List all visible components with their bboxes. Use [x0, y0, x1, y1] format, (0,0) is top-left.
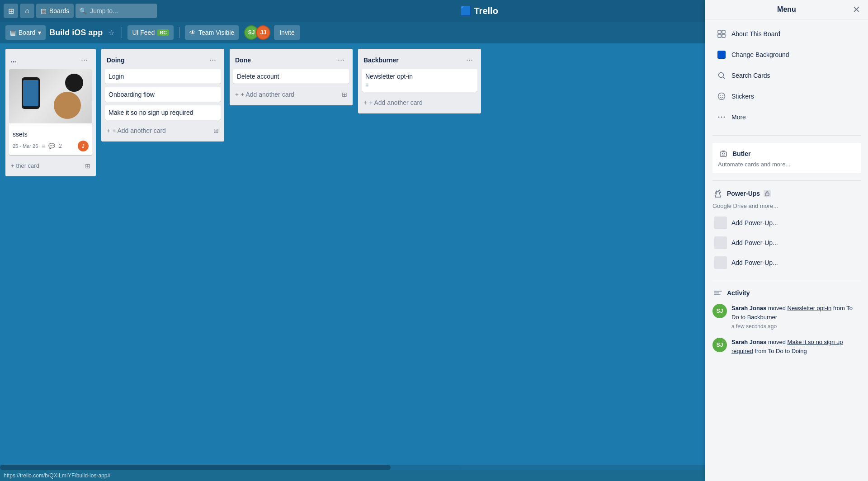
card-footer: 25 - Mar 26 ≡ 💬 2 J	[13, 141, 89, 151]
boards-btn[interactable]: ▤ Boards	[36, 4, 74, 18]
add-card-btn-doing[interactable]: + + Add another card	[105, 123, 212, 138]
card-assets[interactable]: ssets 25 - Mar 26 ≡ 💬 2 J	[9, 69, 92, 155]
activity-card-link-1[interactable]: Newsletter opt-in	[788, 305, 832, 311]
add-powerup-2[interactable]: Add Power-Up...	[712, 233, 861, 253]
search-icon: 🔍	[79, 7, 87, 14]
invite-label: Invite	[279, 29, 294, 36]
home-btn[interactable]: ⌂	[20, 4, 34, 18]
activity-avatar-2: SJ	[712, 338, 727, 352]
card-delete-account[interactable]: Delete account	[233, 69, 349, 84]
ui-feed-label: UI Feed	[132, 29, 155, 36]
card-meta: 25 - Mar 26 ≡ 💬 2	[13, 143, 62, 149]
list-doing-menu-btn[interactable]: ···	[207, 54, 219, 66]
add-card-footer-partial: + ther card ⊞	[9, 159, 92, 173]
add-card-footer-done: + + Add another card ⊞	[233, 87, 349, 102]
menu-item-more[interactable]: More	[709, 107, 864, 127]
activity-icon	[712, 288, 723, 298]
list-partial-title: ...	[11, 57, 16, 64]
add-card-btn-partial[interactable]: + ther card	[9, 159, 83, 173]
list-done-menu-btn[interactable]: ···	[335, 54, 347, 66]
card-nosignup[interactable]: Make it so no sign up required	[105, 105, 221, 120]
board-type-btn[interactable]: ▤ Board ▾	[5, 25, 46, 40]
activity-avatar-1: SJ	[712, 304, 727, 318]
butler-header: Butler	[718, 148, 855, 159]
list-partial-header: ... ···	[9, 52, 92, 69]
card-nosignup-title: Make it so no sign up required	[108, 109, 193, 116]
plus-icon-backburner: +	[363, 99, 367, 106]
add-card-doing-label: + Add another card	[112, 127, 166, 134]
add-card-btn-backburner[interactable]: + + Add another card	[362, 95, 477, 110]
plus-icon: +	[11, 162, 14, 169]
card-assignee-avatar: J	[78, 141, 89, 151]
stickers-icon	[716, 91, 727, 102]
list-backburner-menu-btn[interactable]: ···	[463, 54, 476, 66]
phone-decoration	[22, 77, 40, 109]
card-template-btn-doing[interactable]: ⊞	[212, 125, 221, 136]
menu-item-background[interactable]: Change Background	[709, 45, 864, 65]
card-onboarding[interactable]: Onboarding flow	[105, 87, 221, 102]
more-icon	[716, 112, 727, 123]
add-powerup-3[interactable]: Add Power-Up...	[712, 253, 861, 273]
invite-btn[interactable]: Invite	[274, 25, 300, 40]
team-visible-btn[interactable]: 👁 Team Visible	[185, 25, 239, 40]
menu-close-btn[interactable]: ✕	[850, 3, 863, 16]
powerups-title: Power-Ups	[727, 190, 760, 197]
butler-title: Butler	[732, 150, 750, 157]
add-card-btn-done[interactable]: + + Add another card	[233, 87, 340, 102]
menu-divider-3	[712, 280, 861, 280]
menu-item-about[interactable]: About This Board	[709, 24, 864, 44]
add-powerup-3-label: Add Power-Up...	[731, 259, 778, 266]
list-backburner-title: Backburner	[363, 57, 399, 64]
nav-divider2	[179, 27, 179, 38]
svg-rect-0	[718, 30, 721, 33]
menu-title: Menu	[777, 5, 796, 14]
trello-icon: 🟦	[460, 5, 472, 16]
star-btn[interactable]: ☆	[106, 27, 116, 39]
card-template-btn-partial[interactable]: ⊞	[83, 160, 92, 171]
list-doing-title: Doing	[107, 57, 125, 64]
avatar-jj[interactable]: JJ	[256, 25, 270, 40]
ui-feed-btn[interactable]: UI Feed BC	[127, 25, 174, 40]
add-powerup-1[interactable]: Add Power-Up...	[712, 213, 861, 233]
add-card-partial-label: ther card	[16, 162, 39, 169]
menu-item-stickers[interactable]: Stickers	[709, 86, 864, 106]
feed-badge: BC	[157, 29, 169, 36]
list-doing-header: Doing ···	[105, 52, 221, 69]
grid-icon-btn[interactable]: ⊞	[4, 4, 18, 18]
card-login[interactable]: Login	[105, 69, 221, 84]
add-card-done-label: + Add another card	[241, 91, 294, 98]
avatar-jj-initials: JJ	[260, 29, 266, 36]
boards-icon: ▤	[41, 7, 47, 14]
list-backburner: Backburner ··· Newsletter opt-in ≡ + + A…	[358, 49, 481, 113]
card-newsletter[interactable]: Newsletter opt-in ≡	[362, 69, 477, 92]
list-partial-menu-btn[interactable]: ···	[78, 54, 90, 66]
team-visible-label: Team Visible	[198, 29, 234, 36]
boards-label: Boards	[49, 7, 69, 14]
nav-divider	[122, 27, 122, 38]
list-done-header: Done ···	[233, 52, 349, 69]
board-name[interactable]: Build iOS app	[49, 28, 103, 38]
list-done-title: Done	[235, 57, 251, 64]
list-done: Done ··· Delete account + + Add another …	[230, 49, 353, 105]
app-name: Trello	[474, 6, 498, 16]
list-partial: ... ··· ssets 25 - Mar 26 ≡	[5, 49, 96, 176]
svg-rect-12	[722, 153, 723, 154]
activity-text-1: Sarah Jonas moved Newsletter opt-in from…	[731, 304, 861, 330]
list-backburner-header: Backburner ···	[362, 52, 477, 69]
search-input[interactable]	[75, 4, 157, 18]
card-delete-account-title: Delete account	[237, 73, 279, 80]
svg-rect-11	[720, 152, 726, 156]
card-template-btn-done[interactable]: ⊞	[340, 89, 349, 100]
butler-robot-icon	[718, 148, 729, 159]
butler-section: Butler Automate cards and more...	[712, 143, 861, 173]
home-icon: ⌂	[25, 7, 29, 15]
add-card-footer-doing: + + Add another card ⊞	[105, 123, 221, 138]
menu-more-label: More	[731, 113, 746, 121]
activity-item-1: SJ Sarah Jonas moved Newsletter opt-in f…	[712, 304, 861, 330]
list-doing: Doing ··· Login Onboarding flow Make it …	[101, 49, 224, 141]
star-icon: ☆	[108, 29, 114, 37]
menu-item-search[interactable]: Search Cards	[709, 66, 864, 85]
description-icon: ≡	[42, 143, 45, 149]
svg-rect-13	[724, 153, 725, 154]
svg-point-8	[718, 117, 720, 118]
